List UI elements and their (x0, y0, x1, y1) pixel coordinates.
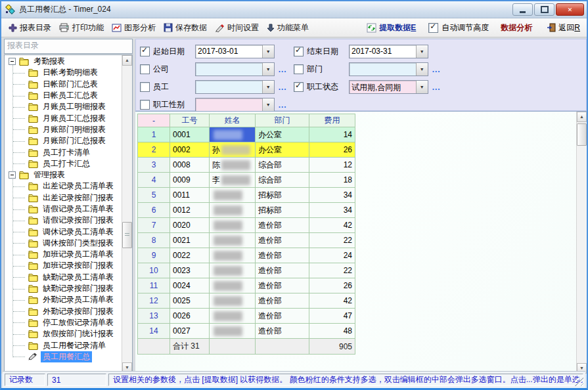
fee-cell[interactable]: 34 (309, 188, 355, 203)
row-number-cell[interactable]: 13 (138, 309, 170, 324)
fee-cell[interactable]: 22 (309, 233, 355, 248)
fee-cell[interactable]: 22 (309, 263, 355, 278)
collapse-box-icon[interactable] (9, 58, 16, 65)
department-cell[interactable]: 造价部 (256, 218, 309, 233)
chevron-down-icon[interactable]: ▼ (416, 45, 428, 58)
function-menu-button[interactable]: 功能菜单 (263, 21, 312, 35)
table-row[interactable]: 11 0024 造价部 26 (138, 278, 355, 293)
employee-name-cell[interactable] (210, 203, 256, 218)
more-button[interactable]: ... (275, 65, 294, 74)
tree-item[interactable]: 日帐员工汇总表 (5, 90, 122, 101)
start-date-combo[interactable]: 2017-03-01▼ (195, 45, 275, 58)
more-button[interactable]: ... (275, 100, 294, 110)
employee-id-cell[interactable]: 0021 (170, 233, 210, 248)
close-button[interactable]: ✕ (556, 3, 584, 16)
table-row[interactable]: 8 0021 造价部 22 (138, 233, 355, 248)
fee-cell[interactable]: 12 (309, 158, 355, 173)
tree-item[interactable]: 月账部门汇总报表 (5, 135, 122, 146)
tree-item[interactable]: 外勤记录按部门报表 (5, 306, 122, 317)
tree-item[interactable]: 员工用餐汇总 (5, 351, 122, 362)
employee-status-combo[interactable]: 试用期,合同期▼ (349, 80, 428, 94)
resize-grip[interactable] (575, 378, 583, 386)
row-number-cell[interactable]: 14 (138, 324, 170, 339)
tree-scroll-thumb[interactable] (122, 222, 132, 248)
row-number-cell[interactable]: 7 (138, 218, 170, 233)
tree-item[interactable]: 请假记录员工清单表 (5, 204, 122, 215)
fee-cell[interactable]: 47 (309, 309, 355, 324)
chevron-down-icon[interactable]: ▼ (262, 45, 274, 58)
tree-item[interactable]: 调休按部门类型报表 (5, 238, 122, 249)
tree-item[interactable]: 员工打卡清单 (5, 146, 122, 158)
table-row[interactable]: 6 0012 招标部 34 (138, 203, 355, 218)
extract-data-button[interactable]: 提取数据E (363, 21, 419, 35)
tree-item[interactable]: 出差记录员工清单表 (5, 181, 122, 192)
tree-item[interactable]: 缺勤记录员工清单表 (5, 272, 122, 283)
row-number-cell[interactable]: 2 (138, 142, 170, 158)
tree-item[interactable]: 调休记录员工清单表 (5, 226, 122, 237)
tree-item[interactable]: 出差记录按部门报表 (5, 192, 122, 204)
employee-name-cell[interactable]: 李 (210, 173, 256, 188)
tree-item[interactable]: 放假按部门统计报表 (5, 328, 122, 339)
employee-id-cell[interactable]: 0023 (170, 263, 210, 278)
more-button[interactable]: ... (428, 83, 447, 92)
department-combo[interactable]: ▼ (349, 62, 428, 76)
collapse-box-icon[interactable] (9, 171, 16, 179)
fee-cell[interactable]: 14 (309, 127, 355, 142)
department-cell[interactable]: 造价部 (256, 293, 309, 309)
print-button[interactable]: 打印功能 (56, 21, 107, 35)
row-number-cell[interactable]: 12 (138, 293, 170, 309)
fee-cell[interactable]: 48 (309, 324, 355, 339)
employee-name-cell[interactable] (210, 278, 256, 293)
table-row[interactable]: 9 0022 造价部 24 (138, 248, 355, 263)
tree-item[interactable]: 请假记录按部门报表 (5, 215, 122, 226)
employee-gender-combo[interactable]: ▼ (195, 98, 275, 112)
fee-cell[interactable]: 42 (309, 293, 355, 309)
table-row[interactable]: 2 0002 孙 办公室 26 (138, 142, 355, 158)
employee-name-cell[interactable] (210, 188, 256, 203)
tree-scrollbar[interactable]: ▲ ▼ (122, 55, 132, 373)
employee-id-cell[interactable]: 0012 (170, 203, 210, 218)
employee-id-cell[interactable]: 0027 (170, 324, 210, 339)
tree-item[interactable]: 月账部门明细报表 (5, 124, 122, 135)
fee-cell[interactable]: 26 (309, 278, 355, 293)
employee-name-cell[interactable] (210, 309, 256, 324)
employee-id-cell[interactable]: 0022 (170, 248, 210, 263)
department-cell[interactable]: 造价部 (256, 309, 309, 324)
employee-name-cell[interactable] (210, 233, 256, 248)
chart-analysis-button[interactable]: 图形分析 (108, 21, 159, 35)
grid-scrollbar[interactable]: ▲ ▼ (576, 112, 587, 374)
table-row[interactable]: 10 0023 造价部 22 (138, 263, 355, 278)
tree-item[interactable]: 停工放假记录清单表 (5, 317, 122, 328)
department-cell[interactable]: 造价部 (256, 263, 309, 278)
row-number-cell[interactable]: 8 (138, 233, 170, 248)
table-row[interactable]: 1 0001 办公室 14 (138, 127, 355, 142)
tree-item[interactable]: 缺勤记录按部门报表 (5, 283, 122, 294)
more-button[interactable]: ... (275, 83, 294, 92)
row-number-cell[interactable]: 3 (138, 158, 170, 173)
tree-item[interactable]: 日帐考勤明细表 (5, 67, 122, 78)
column-header[interactable]: 姓名 (210, 114, 256, 127)
row-number-cell[interactable]: 4 (138, 173, 170, 188)
fee-cell[interactable]: 34 (309, 203, 355, 218)
data-analysis-button[interactable]: 数据分析 (498, 21, 535, 35)
row-number-cell[interactable]: 5 (138, 188, 170, 203)
tree-item[interactable]: 月账员工汇总报表 (5, 112, 122, 123)
scroll-up-icon[interactable]: ▲ (577, 112, 587, 122)
department-cell[interactable]: 办公室 (256, 127, 309, 142)
employee-name-cell[interactable] (210, 324, 256, 339)
department-cell[interactable]: 招标部 (256, 203, 309, 218)
row-number-cell[interactable]: 1 (138, 127, 170, 142)
department-cell[interactable]: 招标部 (256, 188, 309, 203)
employee-id-cell[interactable]: 0011 (170, 188, 210, 203)
column-header[interactable]: 费用 (309, 114, 355, 127)
table-row[interactable]: 12 0025 造价部 42 (138, 293, 355, 309)
column-header[interactable]: 部门 (256, 114, 309, 127)
employee-name-cell[interactable]: 孙 (210, 142, 256, 158)
chevron-down-icon[interactable]: ▼ (262, 81, 274, 93)
minimize-button[interactable] (512, 3, 533, 16)
tree-item[interactable]: 日帐部门汇总表 (5, 79, 122, 90)
fee-cell[interactable]: 24 (309, 248, 355, 263)
table-row[interactable]: 14 0027 造价部 48 (138, 324, 355, 339)
table-row[interactable]: 13 0026 造价部 47 (138, 309, 355, 324)
employee-combo[interactable]: ▼ (195, 80, 275, 94)
